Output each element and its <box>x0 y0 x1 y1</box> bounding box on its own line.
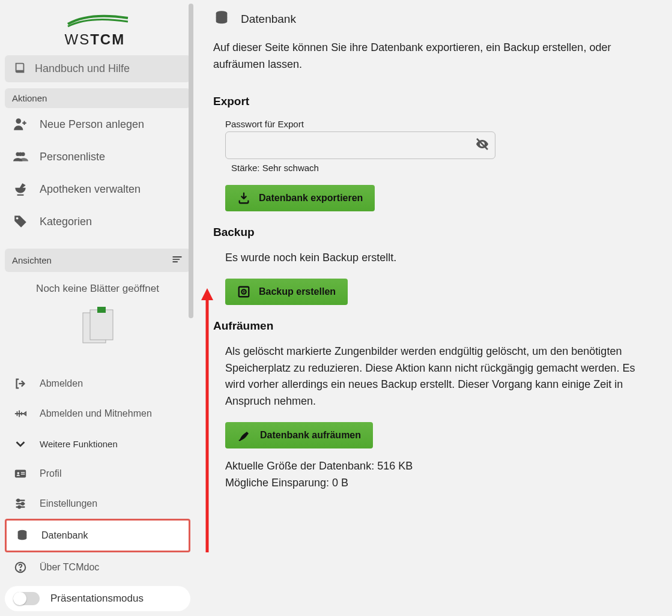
tags-icon <box>12 214 29 229</box>
section-header-views: Ansichten <box>5 249 190 272</box>
cleanup-database-button[interactable]: Datenbank aufräumen <box>225 422 373 448</box>
sidebar-item-label: Weitere Funktionen <box>40 439 118 449</box>
logo-swoosh-icon <box>65 11 131 29</box>
toggle-switch[interactable] <box>13 592 40 605</box>
eye-off-icon[interactable] <box>475 137 489 154</box>
page-description: Auf dieser Seite können Sie ihre Datenba… <box>213 40 658 73</box>
usb-icon <box>12 407 29 420</box>
sidebar-item-settings[interactable]: Einstellungen <box>5 489 190 519</box>
database-icon <box>213 10 230 29</box>
logo-text-ws: WS <box>65 31 91 47</box>
id-card-icon <box>12 467 29 480</box>
svg-rect-7 <box>97 307 106 313</box>
svg-point-4 <box>16 217 19 220</box>
help-circle-icon <box>12 561 29 574</box>
svg-point-0 <box>16 118 21 124</box>
sidebar-item-logout-take[interactable]: Abmelden und Mitnehmen <box>5 399 190 429</box>
password-input[interactable] <box>225 131 495 159</box>
sidebar-item-new-person[interactable]: Neue Person anlegen <box>5 108 190 140</box>
database-size: Aktuelle Größe der Datenbank: 516 KB <box>225 458 658 475</box>
sort-icon[interactable] <box>171 253 183 267</box>
cleanup-description: Als gelöscht markierte Zungenbilder werd… <box>225 343 658 411</box>
sidebar-item-label: Einstellungen <box>40 498 97 509</box>
chevron-down-icon <box>12 437 29 450</box>
logo: WSTCM <box>5 5 190 52</box>
sidebar: WSTCM Handbuch und Hilfe Aktionen Neue P… <box>0 0 195 616</box>
svg-rect-10 <box>21 472 25 473</box>
sidebar-item-pharmacies[interactable]: Apotheken verwalten <box>5 173 190 205</box>
backup-status: Es wurde noch kein Backup erstellt. <box>225 250 658 267</box>
help-button[interactable]: Handbuch und Hilfe <box>5 55 190 82</box>
sidebar-item-database[interactable]: Datenbank <box>5 519 190 552</box>
clipboard-illustration <box>5 306 190 348</box>
mortar-icon <box>12 181 29 197</box>
sidebar-item-label: Neue Person anlegen <box>40 118 144 131</box>
password-label: Passwort für Export <box>225 119 658 129</box>
sidebar-item-label: Personenliste <box>40 151 105 163</box>
export-database-button[interactable]: Datenbank exportieren <box>225 185 375 211</box>
sidebar-item-label: Abmelden und Mitnehmen <box>40 408 152 419</box>
svg-point-13 <box>22 503 24 505</box>
svg-point-3 <box>19 152 23 156</box>
sidebar-item-label: Kategorien <box>40 216 92 228</box>
sidebar-item-logout[interactable]: Abmelden <box>5 369 190 399</box>
export-button-label: Datenbank exportieren <box>259 193 363 204</box>
page-title: Datenbank <box>241 13 296 26</box>
views-empty-text: Noch keine Blätter geöffnet <box>5 283 190 295</box>
sidebar-item-label: Profil <box>40 468 61 479</box>
book-icon <box>13 61 26 76</box>
sidebar-item-person-list[interactable]: Personenliste <box>5 140 190 173</box>
svg-point-9 <box>17 472 20 474</box>
svg-point-12 <box>17 500 20 502</box>
sidebar-item-label: Apotheken verwalten <box>40 183 141 196</box>
svg-point-24 <box>243 291 245 292</box>
possible-savings: Mögliche Einsparung: 0 B <box>225 475 658 492</box>
sidebar-item-more-functions[interactable]: Weitere Funktionen <box>5 429 190 459</box>
sidebar-item-label: Abmelden <box>40 378 83 389</box>
backup-button-label: Backup erstellen <box>259 286 336 297</box>
section-views-label: Ansichten <box>12 255 52 265</box>
section-actions-label: Aktionen <box>12 93 47 103</box>
sidebar-scrollbar[interactable] <box>189 4 193 318</box>
database-icon <box>14 529 31 542</box>
password-input-wrap <box>225 131 495 159</box>
svg-rect-11 <box>21 474 25 474</box>
create-backup-button[interactable]: Backup erstellen <box>225 279 348 305</box>
password-strength: Stärke: Sehr schwach <box>231 163 658 173</box>
cleanup-heading: Aufräumen <box>213 319 658 333</box>
svg-point-17 <box>20 570 21 571</box>
cleanup-button-label: Datenbank aufräumen <box>260 430 361 441</box>
sidebar-item-label: Datenbank <box>41 530 88 541</box>
svg-point-14 <box>18 506 20 509</box>
person-add-icon <box>12 116 29 132</box>
sidebar-item-about[interactable]: Über TCMdoc <box>5 552 190 582</box>
page-header: Datenbank <box>213 10 658 29</box>
sliders-icon <box>12 497 29 510</box>
sidebar-item-profile[interactable]: Profil <box>5 459 190 489</box>
logo-text-tcm: TCM <box>90 31 125 47</box>
logout-icon <box>12 377 29 390</box>
main-content: Datenbank Auf dieser Seite können Sie ih… <box>195 0 672 616</box>
presentation-mode-toggle-row[interactable]: Präsentationsmodus <box>5 586 190 611</box>
export-heading: Export <box>213 95 658 108</box>
toggle-knob <box>13 592 26 605</box>
section-header-actions: Aktionen <box>5 88 190 108</box>
presentation-label: Präsentationsmodus <box>50 593 144 605</box>
sidebar-item-label: Über TCMdoc <box>40 562 99 573</box>
backup-heading: Backup <box>213 226 658 239</box>
svg-rect-6 <box>90 310 113 340</box>
help-label: Handbuch und Hilfe <box>35 62 130 75</box>
people-icon <box>12 149 29 165</box>
sidebar-item-categories[interactable]: Kategorien <box>5 205 190 238</box>
